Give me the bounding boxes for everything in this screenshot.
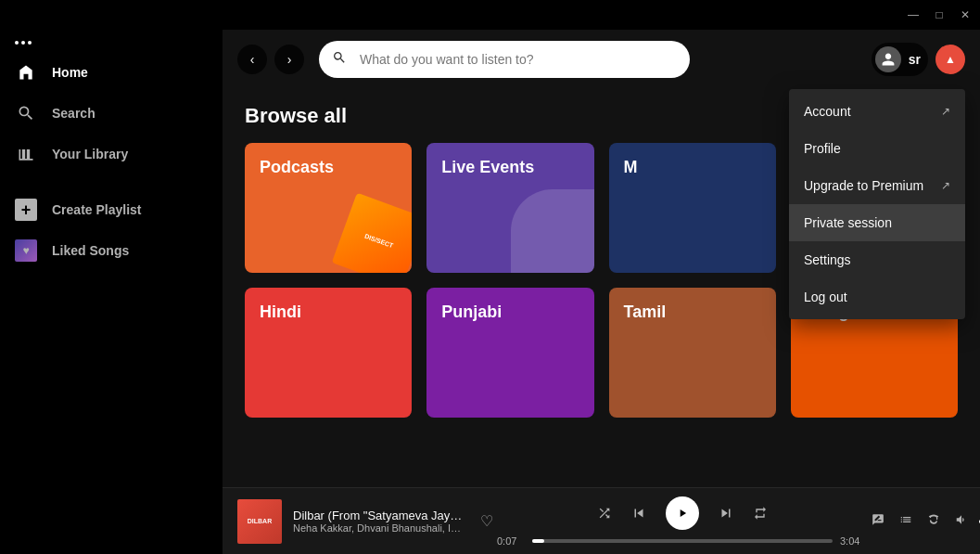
user-button[interactable]: sr: [872, 43, 928, 76]
connect-button[interactable]: [923, 509, 944, 533]
external-link-icon: ↗: [941, 105, 950, 118]
now-playing-bar: DILBAR Dilbar (From "Satyameva Jayate"..…: [223, 487, 980, 554]
sidebar: Home Search Your Library + Create Playli…: [0, 30, 223, 554]
dropdown-item-private-session[interactable]: Private session: [789, 204, 965, 241]
control-buttons: [597, 496, 768, 530]
dropdown-item-account[interactable]: Account ↗: [789, 93, 965, 130]
create-playlist-icon: +: [15, 199, 37, 221]
chevron-up-icon: ▲: [945, 53, 956, 66]
sidebar-item-create-playlist[interactable]: + Create Playlist: [0, 189, 223, 230]
sidebar-item-create-label: Create Playlist: [52, 202, 142, 217]
right-controls: [868, 509, 980, 533]
play-pause-button[interactable]: [666, 496, 699, 530]
card-live-label: Live Events: [441, 158, 534, 177]
live-visual: [511, 189, 594, 273]
sidebar-item-liked-label: Liked Songs: [52, 243, 129, 258]
card-hindi[interactable]: Hindi: [245, 288, 412, 418]
title-bar: — □ ✕: [0, 0, 980, 30]
dropdown-item-logout[interactable]: Log out: [789, 278, 965, 316]
track-info: DILBAR Dilbar (From "Satyameva Jayate"..…: [237, 499, 497, 544]
title-bar-controls: — □ ✕: [906, 7, 973, 22]
dots-menu[interactable]: [0, 37, 223, 52]
settings-label: Settings: [804, 252, 851, 267]
player-controls: 0:07 3:04: [497, 496, 868, 547]
forward-button[interactable]: ›: [274, 45, 304, 74]
card-tamil-label: Tamil: [624, 303, 667, 322]
search-input[interactable]: [319, 41, 690, 78]
forward-arrow-icon: ›: [287, 52, 292, 67]
card-punjabi[interactable]: Punjabi: [426, 288, 593, 418]
lyrics-button[interactable]: [868, 509, 888, 533]
nav-arrows: ‹ ›: [237, 45, 304, 74]
track-thumb-text: DILBAR: [248, 518, 272, 524]
sidebar-item-liked-songs[interactable]: ♥ Liked Songs: [0, 230, 223, 271]
maximize-button[interactable]: □: [932, 7, 947, 22]
close-button[interactable]: ✕: [958, 7, 973, 22]
progress-fill: [532, 539, 544, 543]
minimize-button[interactable]: —: [906, 7, 921, 22]
user-name: sr: [909, 52, 921, 67]
external-link-icon-upgrade: ↗: [941, 179, 950, 192]
profile-label: Profile: [804, 141, 841, 156]
track-name: Dilbar (From "Satyameva Jayate"...): [293, 509, 465, 522]
liked-songs-icon: ♥: [15, 239, 37, 262]
card-punjabi-label: Punjabi: [441, 303, 502, 322]
dropdown-item-upgrade[interactable]: Upgrade to Premium ↗: [789, 167, 965, 204]
user-avatar: [875, 46, 901, 72]
card-hindi-label: Hindi: [260, 303, 301, 322]
progress-bar[interactable]: 0:07 3:04: [497, 535, 868, 547]
user-menu-button[interactable]: ▲: [935, 45, 965, 74]
search-bar: [319, 41, 690, 78]
time-elapsed: 0:07: [497, 535, 525, 547]
heart-button[interactable]: ♡: [477, 509, 497, 534]
repeat-button[interactable]: [753, 506, 768, 521]
user-dropdown-menu: Account ↗ Profile Upgrade to Premium ↗ P…: [789, 89, 965, 319]
account-label: Account: [804, 104, 851, 119]
next-button[interactable]: [718, 505, 734, 522]
volume-button[interactable]: [951, 509, 972, 533]
card-live-events[interactable]: Live Events: [426, 143, 593, 273]
sidebar-item-library[interactable]: Your Library: [0, 134, 223, 174]
dot: [15, 41, 19, 45]
podcast-visual: DIS/SECT: [332, 193, 412, 273]
track-thumbnail: DILBAR: [237, 499, 282, 544]
sidebar-item-home-label: Home: [52, 65, 88, 80]
queue-button[interactable]: [896, 509, 916, 533]
card-music-label: M: [624, 158, 638, 177]
previous-button[interactable]: [630, 505, 647, 522]
top-bar-right: sr ▲ Account ↗ Profile Upgrade to Premiu…: [872, 43, 965, 76]
logout-label: Log out: [804, 290, 847, 304]
time-total: 3:04: [840, 535, 868, 547]
top-bar: ‹ ›: [223, 30, 980, 89]
back-button[interactable]: ‹: [237, 45, 267, 74]
dot: [28, 41, 32, 45]
search-icon: [15, 102, 37, 124]
card-podcasts-label: Podcasts: [260, 158, 334, 177]
sidebar-item-library-label: Your Library: [52, 147, 128, 161]
dropdown-item-profile[interactable]: Profile: [789, 130, 965, 167]
private-session-label: Private session: [804, 215, 892, 230]
dot: [21, 41, 25, 45]
home-icon: [15, 61, 37, 84]
library-icon: [15, 143, 37, 165]
card-podcasts[interactable]: Podcasts DIS/SECT: [245, 143, 412, 273]
progress-track[interactable]: [532, 539, 833, 543]
back-arrow-icon: ‹: [250, 52, 255, 67]
card-tamil[interactable]: Tamil: [609, 288, 776, 418]
search-bar-icon: [332, 50, 347, 69]
sidebar-item-home[interactable]: Home: [0, 52, 223, 93]
sidebar-item-search[interactable]: Search: [0, 93, 223, 134]
shuffle-button[interactable]: [597, 506, 612, 521]
app-body: Home Search Your Library + Create Playli…: [0, 30, 980, 554]
dropdown-item-settings[interactable]: Settings: [789, 241, 965, 278]
sidebar-item-search-label: Search: [52, 106, 95, 121]
track-artist: Neha Kakkar, Dhvani Bhanushali, Ikka, T.…: [293, 522, 465, 534]
card-music[interactable]: M: [609, 143, 776, 273]
track-text: Dilbar (From "Satyameva Jayate"...) Neha…: [293, 509, 465, 534]
upgrade-label: Upgrade to Premium: [804, 178, 923, 193]
